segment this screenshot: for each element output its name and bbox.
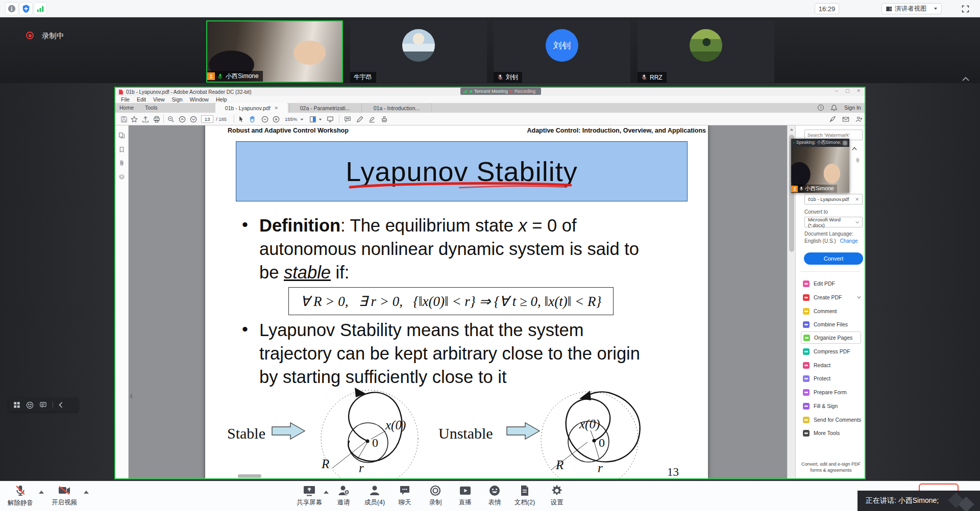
convert-button[interactable]: Convert <box>804 252 863 265</box>
collapse-bar-icon[interactable] <box>59 402 63 408</box>
format-dropdown[interactable]: Microsoft Word (*.docx) <box>804 217 863 227</box>
tool-fill-sign[interactable]: Fill & Sign <box>803 400 838 412</box>
emoji-reaction-icon[interactable] <box>26 401 34 409</box>
tab-tools[interactable]: Tools <box>145 105 158 111</box>
change-language-link[interactable]: Change <box>840 238 857 244</box>
bell-icon[interactable] <box>831 105 837 111</box>
chevron-down-icon[interactable] <box>300 118 304 121</box>
tool-prepare-form[interactable]: Prepare Form <box>803 386 847 398</box>
camera-options-chevron[interactable] <box>84 491 89 494</box>
start-video-button[interactable]: 开启视频 <box>48 484 81 507</box>
menu-item-window[interactable]: Window <box>186 96 212 103</box>
zoom-in-button[interactable] <box>272 115 280 123</box>
invite-button[interactable]: 邀请 <box>327 484 360 507</box>
tab-doc-parametrization[interactable]: 02a - Parametrizati... <box>289 103 360 113</box>
attachment-clip-icon[interactable] <box>855 157 861 163</box>
previous-page-button[interactable] <box>178 115 186 123</box>
unmute-button[interactable]: 解除静音 <box>4 484 37 507</box>
captions-icon[interactable] <box>39 401 47 408</box>
view-mode-selector[interactable]: 演讲者视图 <box>881 3 942 14</box>
save-button[interactable] <box>119 115 128 123</box>
pill-app-name: Tencent Meeting <box>474 89 508 94</box>
zoom-level[interactable]: 155% <box>285 116 297 122</box>
star-button[interactable] <box>130 115 138 123</box>
menu-item-help[interactable]: Help <box>212 96 231 103</box>
tool-protect[interactable]: Protect <box>803 372 830 385</box>
tab-home[interactable]: Home <box>119 105 134 111</box>
hand-tool-button[interactable] <box>248 115 257 123</box>
next-page-button[interactable] <box>189 115 198 123</box>
zoom-out-button[interactable] <box>260 115 269 123</box>
layout-grid-icon[interactable] <box>13 401 20 408</box>
fullscreen-button[interactable] <box>959 3 971 14</box>
zoom-search-button[interactable] <box>166 115 175 123</box>
stamp-tool-button[interactable] <box>380 115 388 123</box>
print-button[interactable] <box>152 115 161 123</box>
scroll-up-icon[interactable] <box>790 128 794 131</box>
settings-button[interactable]: 设置 <box>541 484 573 507</box>
help-icon[interactable]: ? <box>818 105 824 111</box>
tool-edit-pdf[interactable]: Edit PDF <box>803 277 835 290</box>
members-button[interactable]: 成员(4) <box>358 484 391 507</box>
page-fit-button[interactable] <box>308 115 317 123</box>
pencil-tool-button[interactable] <box>355 115 364 123</box>
participant-tile-liuzhao[interactable]: 刘钊 刘钊 <box>494 20 630 83</box>
participant-tile-niuyuang[interactable]: 牛宇昂 <box>350 20 487 83</box>
tool-comment[interactable]: Comment <box>803 305 837 317</box>
meeting-security-button[interactable] <box>19 2 33 15</box>
meeting-info-button[interactable] <box>5 2 18 15</box>
tab-doc-lyapunov[interactable]: 01b - Lyapunov.pdf ✕ <box>215 103 288 113</box>
edit-pdf-icon <box>803 280 810 287</box>
tool-create-pdf[interactable]: Create PDF <box>803 291 861 303</box>
menu-item-sign[interactable]: Sign <box>168 96 186 103</box>
participant-tile-simone[interactable]: 小西Simone <box>206 20 343 83</box>
collapse-left-panel-icon[interactable] <box>129 393 133 400</box>
select-tool-button[interactable] <box>237 115 246 123</box>
menu-item-view[interactable]: View <box>150 96 168 103</box>
record-button[interactable]: 录制 <box>419 484 452 507</box>
page-thumbnails-button[interactable] <box>118 132 125 141</box>
documents-button[interactable]: 文档(2) <box>508 484 541 507</box>
chevron-down-icon[interactable] <box>318 118 322 121</box>
maximize-button[interactable]: ▢ <box>845 88 850 93</box>
horizontal-scrollbar-thumb[interactable] <box>238 474 261 478</box>
comment-tool-button[interactable] <box>343 115 352 123</box>
floating-speaker-video[interactable]: Speaking: 小西Simone; 小西Simone <box>791 139 849 193</box>
participant-tile-rrz[interactable]: RRZ <box>638 20 774 83</box>
layers-button[interactable] <box>118 173 125 183</box>
chat-button[interactable]: 聊天 <box>388 484 421 507</box>
menu-item-file[interactable]: File <box>117 96 133 103</box>
share-file-button[interactable] <box>141 115 150 123</box>
network-status-button[interactable] <box>34 2 47 15</box>
tool-organize-pages[interactable]: Organize Pages <box>801 331 861 344</box>
tab-doc-introduction[interactable]: 01a - Introduction... <box>361 103 432 113</box>
reactions-button[interactable]: 表情 <box>478 484 511 507</box>
minimize-button[interactable]: ─ <box>835 88 838 93</box>
send-email-button[interactable] <box>841 115 850 123</box>
collapse-section-icon[interactable] <box>852 147 857 150</box>
stability-formula-box: ∀ R > 0, ∃ r > 0, {‖x(0)‖ < r} ⇒ {∀ t ≥ … <box>288 287 614 315</box>
add-reviewer-button[interactable] <box>854 115 863 123</box>
mic-options-chevron[interactable] <box>39 491 44 494</box>
quill-sign-button[interactable] <box>828 115 837 123</box>
bookmarks-button[interactable] <box>118 146 125 155</box>
meeting-time: 16:29 <box>815 3 839 14</box>
close-button[interactable]: ✕ <box>856 88 861 93</box>
sign-tool-button[interactable] <box>368 115 376 123</box>
page-number-input[interactable] <box>201 115 213 123</box>
menu-item-edit[interactable]: Edit <box>133 96 150 103</box>
tool-compress-pdf[interactable]: Compress PDF <box>803 345 850 357</box>
share-screen-button[interactable]: 共享屏幕 <box>293 484 326 507</box>
tool-combine-files[interactable]: Combine Files <box>803 318 848 330</box>
presentation-mode-button[interactable] <box>326 115 334 123</box>
live-stream-button[interactable]: 直播 <box>449 484 481 507</box>
sign-in-link[interactable]: Sign In <box>844 105 861 111</box>
tool-send-for-comments[interactable]: Send for Comments <box>803 414 861 426</box>
remove-file-icon[interactable]: ✕ <box>855 197 859 202</box>
tool-more-tools[interactable]: More Tools <box>803 427 840 439</box>
attachments-button[interactable] <box>118 159 125 168</box>
collapse-strip-button[interactable] <box>962 74 970 84</box>
tool-redact[interactable]: Redact <box>803 359 830 371</box>
close-tab-icon[interactable]: ✕ <box>275 106 279 111</box>
document-area[interactable]: Robust and Adaptive Control Workshop Ada… <box>129 125 787 478</box>
